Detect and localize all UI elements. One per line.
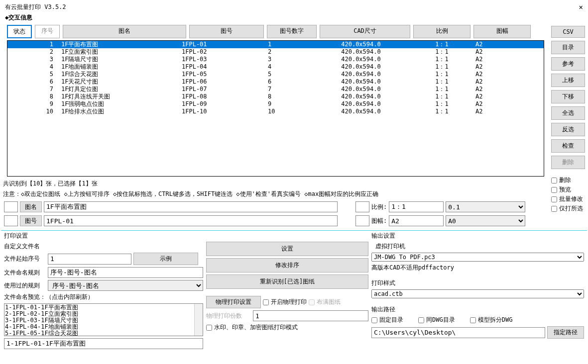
print-section-title: 打印设置 bbox=[4, 232, 203, 240]
sidebar-参考[interactable]: 参考 bbox=[551, 57, 585, 71]
header-scale[interactable]: 比例 bbox=[413, 25, 470, 38]
preview-label: 文件命名预览：（点击内部刷新） bbox=[4, 293, 203, 301]
print-style-label: 打印样式 bbox=[371, 279, 584, 287]
custom-filename-label: 自定义文件名 bbox=[4, 242, 203, 251]
list-item[interactable]: 5-1FPL-05-1F综合天花图 bbox=[5, 330, 202, 336]
output-path-label: 输出路径 bbox=[371, 305, 584, 314]
scale-color-box[interactable] bbox=[355, 201, 369, 212]
physical-settings-button[interactable]: 物理打印设置 bbox=[206, 296, 261, 308]
sidebar-CSV[interactable]: CSV bbox=[551, 26, 585, 38]
output-section-title: 输出设置 bbox=[371, 232, 584, 240]
print-style-select[interactable]: acad.ctb bbox=[371, 289, 584, 298]
rule-input[interactable] bbox=[48, 267, 203, 278]
scale-label: 比例: bbox=[371, 203, 387, 211]
window-title: 有云批量打印 V3.5.2 bbox=[5, 3, 66, 11]
sidebar-反选[interactable]: 反选 bbox=[551, 123, 585, 136]
table-row[interactable]: 41F地面铺装图1FPL-044420.0x594.01：1A2 bbox=[7, 63, 544, 71]
scale-select[interactable]: 0.1 bbox=[446, 201, 525, 212]
settings-button[interactable]: 设置 bbox=[206, 242, 368, 256]
header-status[interactable]: 状态 bbox=[7, 25, 32, 38]
output-path-input[interactable] bbox=[371, 327, 545, 338]
header-cad[interactable]: CAD尺寸 bbox=[320, 25, 410, 38]
printer-select[interactable]: JM-DWG To PDF.pc3 bbox=[371, 253, 584, 262]
frame-label: 图幅: bbox=[371, 217, 387, 225]
preview-list[interactable]: 1-1FPL-01-1F平面布置图2-1FPL-02-1F立面索引图3-1FPL… bbox=[4, 303, 203, 336]
close-icon[interactable]: ✕ bbox=[579, 3, 583, 11]
sidebar-删除[interactable]: 删除 bbox=[551, 156, 585, 169]
used-rule-label: 使用过的规则 bbox=[4, 281, 46, 290]
physical-copies-input[interactable] bbox=[253, 310, 368, 321]
reorder-button[interactable]: 修改排序 bbox=[206, 258, 368, 273]
sidebar-检查[interactable]: 检查 bbox=[551, 139, 585, 153]
split-model-check[interactable] bbox=[470, 317, 476, 323]
choose-path-button[interactable]: 指定路径 bbox=[547, 326, 584, 339]
table-row[interactable]: 81F灯具连线开关图1FPL-088420.0x594.01：1A2 bbox=[7, 93, 544, 100]
name-label[interactable]: 图名 bbox=[20, 201, 42, 212]
table-row[interactable]: 21F立面索引图1FPL-022420.0x594.01：1A2 bbox=[7, 48, 544, 56]
start-num-label: 文件起始序号 bbox=[4, 255, 46, 263]
table-row[interactable]: 51F综合天花图1FPL-055420.0x594.01：1A2 bbox=[7, 71, 544, 78]
sidebar-目录[interactable]: 目录 bbox=[551, 41, 585, 54]
frame-color-box[interactable] bbox=[355, 215, 369, 226]
header-code[interactable]: 图号 bbox=[189, 25, 264, 38]
physical-copies-label: 物理打印份数 bbox=[206, 312, 251, 320]
name-color-box[interactable] bbox=[4, 201, 18, 212]
header-codenum[interactable]: 图号数字 bbox=[267, 25, 317, 38]
reidentify-button[interactable]: 重新识别[已选]图纸 bbox=[206, 274, 368, 289]
table-row[interactable]: 91F强弱电点位图1FPL-099420.0x594.01：1A2 bbox=[7, 100, 544, 108]
header-frame[interactable]: 图幅 bbox=[473, 25, 531, 38]
same-dwg-check[interactable] bbox=[418, 317, 424, 323]
status-summary: 共识别到【10】张，已选择【1】张 bbox=[0, 179, 548, 189]
full-paper-check bbox=[309, 299, 315, 305]
name-input[interactable] bbox=[44, 201, 338, 212]
frame-input[interactable] bbox=[389, 215, 444, 226]
table-row[interactable]: 101F给排水点位图1FPL-1010420.0x594.01：1A2 bbox=[7, 108, 544, 115]
code-label[interactable]: 图号 bbox=[20, 215, 42, 226]
sidebar-上移[interactable]: 上移 bbox=[551, 74, 585, 87]
virtual-printer-label: 虚拟打印机 bbox=[371, 242, 584, 251]
header-name[interactable]: 图名 bbox=[63, 25, 186, 38]
check-删除[interactable] bbox=[551, 178, 557, 183]
rule-label: 文件命名规则 bbox=[4, 269, 46, 277]
table-row[interactable]: 31F隔墙尺寸图1FPL-033420.0x594.01：1A2 bbox=[7, 56, 544, 63]
check-预览[interactable] bbox=[551, 187, 557, 193]
table-row[interactable]: 11F平面布置图1FPL-011420.0x594.01：1A2 bbox=[7, 41, 544, 48]
start-num-input[interactable] bbox=[48, 254, 131, 265]
code-color-box[interactable] bbox=[4, 215, 18, 226]
section-interaction: 交互信息 bbox=[0, 12, 588, 24]
check-仅打所选[interactable] bbox=[551, 206, 557, 212]
hint-text: 注意：◇双击定位图纸 ◇上方按钮可排序 ◇按住鼠标拖选，CTRL键多选，SHIF… bbox=[0, 189, 548, 199]
header-num[interactable]: 序号 bbox=[35, 25, 60, 38]
check-批量修改[interactable] bbox=[551, 196, 557, 202]
code-input[interactable] bbox=[44, 215, 338, 226]
sidebar-全选[interactable]: 全选 bbox=[551, 106, 585, 120]
sidebar-下移[interactable]: 下移 bbox=[551, 90, 585, 103]
table-header: 状态 序号 图名 图号 图号数字 CAD尺寸 比例 图幅 bbox=[0, 24, 548, 40]
example-button[interactable]: 示例 bbox=[133, 253, 198, 265]
printer-warning: 高版本CAD不适用pdffactory bbox=[371, 264, 584, 272]
scale-input[interactable] bbox=[389, 201, 444, 212]
table-row[interactable]: 71F灯具定位图1FPL-077420.0x594.01：1A2 bbox=[7, 86, 544, 93]
data-table[interactable]: 11F平面布置图1FPL-011420.0x594.01：1A221F立面索引图… bbox=[7, 40, 544, 177]
table-row[interactable]: 61F天花尺寸图1FPL-066420.0x594.01：1A2 bbox=[7, 78, 544, 86]
selected-preview-input[interactable] bbox=[4, 338, 203, 349]
open-physical-check[interactable] bbox=[263, 299, 269, 305]
frame-select[interactable]: A0 bbox=[446, 215, 525, 226]
fixed-dir-check[interactable] bbox=[371, 317, 377, 323]
watermark-check[interactable] bbox=[206, 325, 212, 331]
used-rule-select[interactable]: 序号-图号-图名 bbox=[48, 280, 203, 291]
